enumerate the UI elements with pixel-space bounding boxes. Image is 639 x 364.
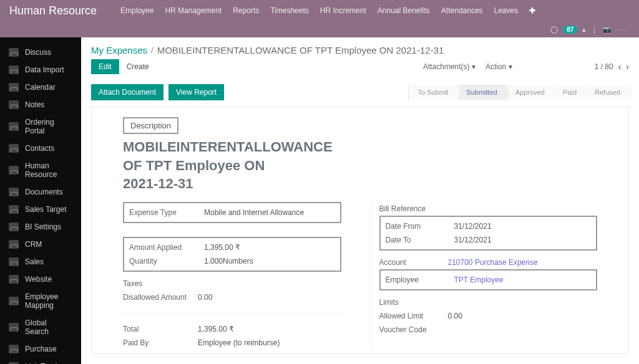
- sidebar-item-calendar[interactable]: Calendar: [0, 79, 81, 96]
- expense-type-group: Expense Type Mobile and Internet Allowan…: [123, 202, 341, 223]
- camera-icon: [9, 83, 19, 92]
- pager: 1 / 80 ‹ ›: [595, 62, 629, 72]
- sidebar-item-link-tracker[interactable]: Link Tracker: [0, 358, 81, 364]
- systray-camera-icon[interactable]: 📷: [603, 26, 612, 34]
- sidebar-item-sales-target[interactable]: Sales Target: [0, 201, 81, 218]
- systray-badge[interactable]: 87: [563, 26, 577, 34]
- employee-group: Employee TPT Employee: [379, 269, 598, 290]
- pager-next-icon[interactable]: ›: [626, 62, 629, 72]
- action-dropdown[interactable]: Action ▾: [485, 62, 512, 71]
- topnav-hr-increment[interactable]: HR Increment: [320, 6, 366, 15]
- systray-placeholder: ──: [617, 26, 627, 33]
- systray: ◯ 87 ▴ ｜ 📷 ──: [0, 21, 639, 37]
- quantity-value: 1.000Numbers: [204, 257, 335, 266]
- date-from-label: Date From: [386, 222, 454, 231]
- sidebar-item-ordering-portal[interactable]: Ordering Portal: [0, 113, 81, 140]
- caret-down-icon: ▾: [472, 62, 476, 71]
- pager-value[interactable]: 1 / 80: [595, 62, 613, 71]
- sidebar-item-label: Human Resource: [25, 161, 72, 179]
- employee-label: Employee: [386, 275, 454, 284]
- systray-icon[interactable]: ◯: [550, 26, 558, 34]
- sidebar-item-label: Purchase: [25, 345, 57, 353]
- voucher-code-label: Voucher Code: [379, 325, 448, 334]
- sidebar-item-employee-mapping[interactable]: Employee Mapping: [0, 288, 81, 314]
- sidebar-item-documents[interactable]: Documents: [0, 183, 81, 201]
- date-from-value: 31/12/2021: [454, 222, 592, 231]
- camera-icon: [9, 166, 19, 175]
- sidebar-item-sales[interactable]: Sales: [0, 253, 81, 271]
- status-refused[interactable]: Refused: [585, 85, 629, 100]
- status-paid[interactable]: Paid: [554, 85, 585, 100]
- paid-by-label: Paid By: [123, 338, 198, 347]
- sidebar-item-notes[interactable]: Notes: [0, 96, 81, 113]
- create-button[interactable]: Create: [127, 62, 149, 71]
- amount-applied-value: 1,395.00 ₹: [204, 243, 335, 252]
- sidebar-item-label: Discuss: [25, 48, 51, 57]
- attach-document-button[interactable]: Attach Document: [91, 84, 163, 100]
- attachments-dropdown[interactable]: Attachment(s) ▾: [423, 62, 476, 71]
- pager-prev-icon[interactable]: ‹: [618, 62, 622, 72]
- sidebar-item-global-search[interactable]: Global Search: [0, 314, 81, 340]
- date-range-group: Date From 31/12/2021 Date To 31/12/2021: [379, 216, 598, 251]
- breadcrumb-current: MOBILEINTERENTALLOWANCE OF TPT Employee …: [157, 45, 444, 55]
- sidebar-item-label: Notes: [25, 100, 44, 109]
- sidebar-item-label: Website: [25, 275, 52, 284]
- statusbar-row: Attach Document View Report To Submit Su…: [81, 80, 639, 107]
- app-sidebar: Discuss Data Import Calendar Notes Order…: [0, 37, 81, 364]
- sidebar-item-label: Data Import: [25, 65, 64, 74]
- account-label: Account: [379, 258, 448, 267]
- breadcrumb-root[interactable]: My Expenses: [91, 45, 147, 55]
- total-value: 1,395.00 ₹: [198, 325, 341, 333]
- form-right-column: Bill Reference Date From 31/12/2021 Date…: [371, 202, 598, 350]
- sidebar-item-data-import[interactable]: Data Import: [0, 61, 81, 79]
- amount-quantity-group: Amount Applied 1,395.00 ₹ Quantity 1.000…: [123, 237, 341, 272]
- sidebar-item-label: Calendar: [25, 83, 56, 92]
- topnav-timesheets[interactable]: Timesheets: [270, 6, 309, 15]
- sidebar-item-label: Global Search: [25, 318, 72, 336]
- employee-value[interactable]: TPT Employee: [454, 275, 592, 284]
- paid-by-value: Employee (to reimburse): [198, 338, 341, 347]
- main-content: My Expenses / MOBILEINTERENTALLOWANCE OF…: [81, 37, 639, 364]
- topnav-employee[interactable]: Employee: [120, 6, 154, 15]
- topnav-reports[interactable]: Reports: [233, 6, 259, 15]
- date-to-value: 31/12/2021: [454, 236, 592, 244]
- sidebar-item-bi-settings[interactable]: BI Settings: [0, 218, 81, 236]
- top-navbar: Human Resource Employee HR Management Re…: [0, 0, 639, 21]
- breadcrumb-separator: /: [151, 46, 154, 55]
- sidebar-item-discuss[interactable]: Discuss: [0, 44, 81, 61]
- systray-icon-2[interactable]: ▴: [582, 26, 586, 34]
- camera-icon: [9, 275, 19, 284]
- expense-type-label: Expense Type: [129, 208, 204, 217]
- camera-icon: [9, 122, 19, 131]
- topnav-attendances[interactable]: Attendances: [441, 6, 483, 15]
- divider: [123, 313, 341, 314]
- sidebar-item-crm[interactable]: CRM: [0, 236, 81, 253]
- breadcrumb: My Expenses / MOBILEINTERENTALLOWANCE OF…: [81, 37, 639, 59]
- top-menu: Employee HR Management Reports Timesheet…: [120, 6, 535, 15]
- topnav-leaves[interactable]: Leaves: [494, 6, 519, 15]
- disallowed-amount-value: 0.00: [198, 293, 341, 302]
- edit-button[interactable]: Edit: [91, 59, 119, 74]
- view-report-button[interactable]: View Report: [168, 84, 224, 100]
- status-approved[interactable]: Approved: [506, 85, 554, 100]
- topnav-annual-benefits[interactable]: Annual Benefits: [378, 6, 430, 15]
- account-value[interactable]: 210700 Purchase Expense: [448, 258, 598, 267]
- systray-icon-3[interactable]: ｜: [591, 25, 598, 34]
- sidebar-item-label: Ordering Portal: [25, 118, 72, 135]
- sidebar-item-website[interactable]: Website: [0, 271, 81, 288]
- status-to-submit[interactable]: To Submit: [408, 85, 457, 100]
- sidebar-item-human-resource[interactable]: Human Resource: [0, 157, 81, 183]
- camera-icon: [9, 65, 19, 74]
- camera-icon: [9, 100, 19, 109]
- sidebar-item-label: Sales Target: [25, 205, 67, 214]
- sidebar-item-label: Documents: [25, 188, 63, 196]
- record-title: MOBILEINTERENTALLOWANCE OF TPT Employee …: [123, 138, 597, 193]
- sidebar-item-contacts[interactable]: Contacts: [0, 140, 81, 157]
- camera-icon: [9, 297, 19, 305]
- status-submitted[interactable]: Submitted: [457, 85, 506, 100]
- topnav-add-icon[interactable]: ✚: [529, 6, 535, 15]
- expense-type-value: Mobile and Internet Allowance: [204, 208, 335, 217]
- camera-icon: [9, 188, 19, 196]
- sidebar-item-purchase[interactable]: Purchase: [0, 340, 81, 358]
- topnav-hr-management[interactable]: HR Management: [165, 6, 222, 15]
